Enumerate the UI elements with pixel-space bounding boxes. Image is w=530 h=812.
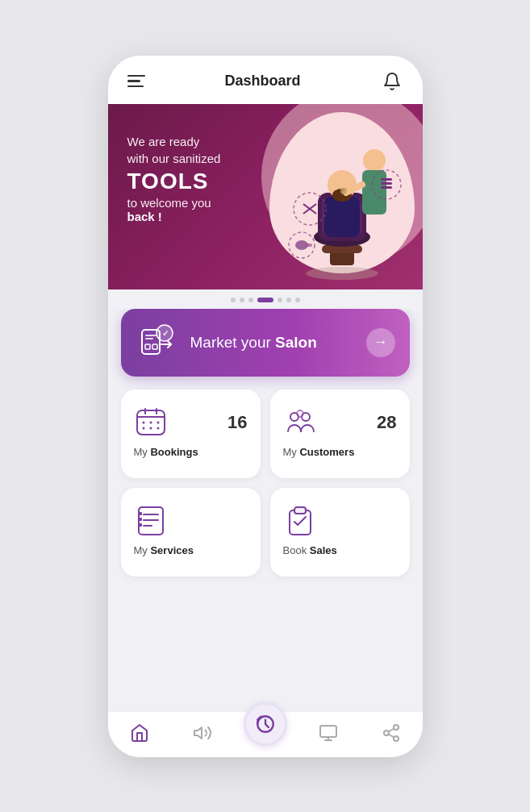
book-sales-card[interactable]: Book Sales <box>270 488 410 577</box>
nav-marketing[interactable] <box>171 723 234 743</box>
dot-1[interactable] <box>231 298 236 302</box>
dot-4-active[interactable] <box>257 298 273 302</box>
svg-rect-24 <box>145 335 156 336</box>
phone-frame: Dashboard We are readywith our sanitized… <box>108 56 423 757</box>
banner-line1: We are readywith our sanitized <box>127 133 221 167</box>
cta-label: Market your Salon <box>190 334 366 352</box>
svg-point-34 <box>142 421 144 423</box>
menu-button[interactable] <box>127 75 145 88</box>
app-header: Dashboard <box>108 56 423 104</box>
svg-rect-20 <box>381 186 392 189</box>
page-title: Dashboard <box>224 73 300 90</box>
nav-home[interactable] <box>108 723 171 743</box>
nav-center-wrapper <box>234 720 297 746</box>
svg-rect-18 <box>381 178 392 181</box>
cta-marketing-icon: ✓ <box>136 322 177 364</box>
svg-line-61 <box>388 728 394 731</box>
banner-line3: to welcome you <box>127 196 221 210</box>
svg-point-9 <box>363 149 386 172</box>
svg-rect-54 <box>320 726 336 737</box>
dot-3[interactable] <box>248 298 253 302</box>
svg-point-35 <box>149 421 152 423</box>
banner-line4: back ! <box>127 210 221 223</box>
dot-7[interactable] <box>295 298 300 302</box>
svg-rect-48 <box>139 518 142 521</box>
svg-point-39 <box>156 427 159 429</box>
svg-rect-25 <box>145 338 153 339</box>
market-salon-cta[interactable]: ✓ Market your Salon → <box>121 309 410 377</box>
sales-label: Book Sales <box>283 544 337 556</box>
carousel-dots <box>108 289 423 309</box>
services-label: My Services <box>134 544 194 556</box>
svg-point-37 <box>142 427 144 429</box>
svg-point-12 <box>340 188 347 194</box>
banner-text: We are readywith our sanitized TOOLS to … <box>127 133 221 223</box>
banner-illustration <box>261 120 423 289</box>
bookings-label: My Bookings <box>134 446 198 458</box>
banner-line2: TOOLS <box>127 169 221 194</box>
stats-grid: 16 My Bookings <box>121 389 410 577</box>
svg-rect-49 <box>139 523 142 527</box>
svg-text:✓: ✓ <box>162 329 169 338</box>
customers-icon <box>283 406 317 439</box>
svg-point-38 <box>149 427 152 429</box>
cta-arrow-icon[interactable]: → <box>366 328 395 357</box>
svg-rect-47 <box>139 512 142 515</box>
bookings-icon <box>134 406 168 439</box>
my-bookings-card[interactable]: 16 My Bookings <box>121 389 261 478</box>
nav-recent-button[interactable] <box>244 702 287 746</box>
svg-rect-28 <box>145 344 150 349</box>
svg-rect-22 <box>306 244 312 247</box>
my-customers-card[interactable]: 28 My Customers <box>270 389 410 478</box>
dot-5[interactable] <box>278 298 282 302</box>
nav-share[interactable] <box>360 723 423 743</box>
notification-bell-icon[interactable] <box>381 70 403 93</box>
dot-2[interactable] <box>240 298 244 302</box>
main-content: ✓ Market your Salon → <box>108 309 423 711</box>
customers-label: My Customers <box>283 446 355 458</box>
sales-icon <box>283 504 317 538</box>
customers-count: 28 <box>377 412 396 433</box>
svg-marker-52 <box>194 727 202 739</box>
bottom-navigation <box>108 711 423 757</box>
svg-line-60 <box>388 734 394 737</box>
bookings-count: 16 <box>227 412 247 433</box>
promo-banner: We are readywith our sanitized TOOLS to … <box>108 104 423 289</box>
svg-point-0 <box>306 267 378 280</box>
dot-6[interactable] <box>286 298 291 302</box>
svg-rect-7 <box>324 197 360 237</box>
my-services-card[interactable]: My Services <box>121 488 261 577</box>
services-icon <box>134 504 168 538</box>
svg-point-36 <box>156 421 159 423</box>
nav-bookings[interactable] <box>297 723 360 743</box>
svg-rect-19 <box>381 182 392 185</box>
svg-rect-51 <box>294 507 306 514</box>
svg-rect-29 <box>152 344 157 349</box>
